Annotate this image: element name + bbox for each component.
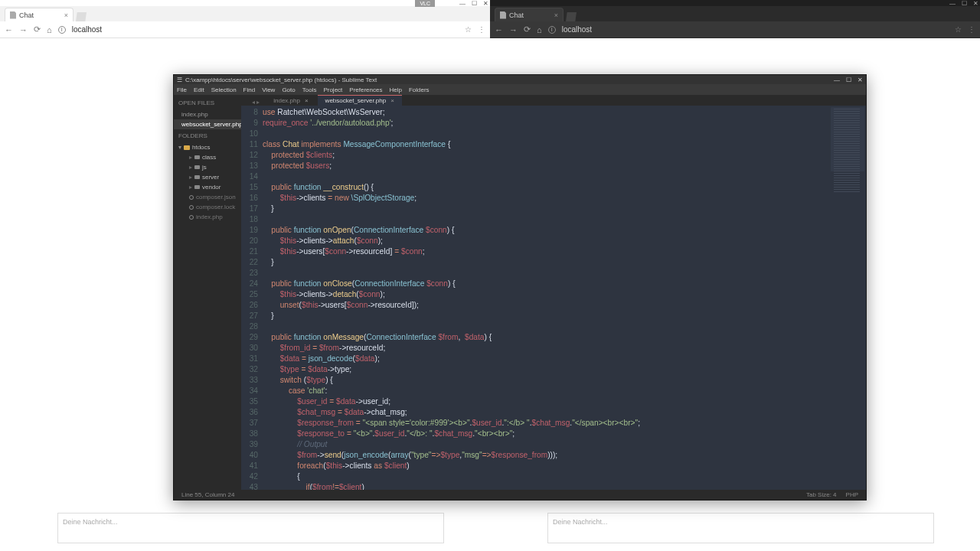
forward-icon[interactable]: → [19,25,28,34]
folder-item[interactable]: ▸class [174,152,241,162]
sublime-window: ☰ C:\xampp\htdocs\server\websocket_serve… [173,74,867,500]
new-tab-button[interactable] [76,12,87,21]
menu-find[interactable]: Find [243,86,256,93]
browser-tab[interactable]: Chat × [5,8,74,21]
vlc-label: VLC [415,0,435,7]
back-icon[interactable]: ← [495,25,503,34]
line-gutter: 8910111213141516171819202122232425262728… [241,106,263,490]
file-item[interactable]: index.php [174,212,241,222]
folder-item[interactable]: ▸server [174,172,241,182]
status-tabsize[interactable]: Tab Size: 4 [806,491,837,498]
window-controls[interactable]: —☐✕ [834,77,863,83]
info-icon[interactable]: i [58,26,66,34]
menu-icon[interactable]: ⋮ [478,25,485,34]
url-field[interactable]: localhost [72,25,459,34]
folder-root[interactable]: ▾htdocs [174,142,241,152]
editor-sidebar: OPEN FILES index.phpwebsocket_server.php… [174,95,241,490]
reload-icon[interactable]: ⟳ [34,24,41,34]
code-editor[interactable]: 8910111213141516171819202122232425262728… [241,106,866,490]
url-field[interactable]: localhost [562,25,949,34]
titlebar: —☐✕ [490,0,980,6]
open-file[interactable]: websocket_server.php [174,119,241,129]
window-controls[interactable]: —☐✕ [949,0,978,7]
file-item[interactable]: composer.lock [174,202,241,212]
menu-preferences[interactable]: Preferences [349,86,382,93]
folder-item[interactable]: ▸js [174,162,241,172]
code-lines[interactable]: use Ratchet\WebSocket\WsServer;require_o… [263,106,866,490]
folder-item[interactable]: ▸vendor [174,182,241,192]
editor-menu[interactable]: FileEditSelectionFindViewGotoToolsProjec… [174,84,866,95]
close-icon[interactable]: × [554,11,558,19]
tab-title: Chat [509,11,524,19]
editor-tabs: ◂ ▸index.php×websocket_server.php× [241,95,866,106]
menu-icon[interactable]: ⋮ [968,25,975,34]
menu-selection[interactable]: Selection [211,86,237,93]
status-lang[interactable]: PHP [846,491,858,498]
open-file[interactable]: index.php [174,109,241,119]
folders-header: FOLDERS [174,129,241,142]
menu-file[interactable]: File [177,86,187,93]
chat-input[interactable]: Deine Nachricht... [547,513,934,543]
address-bar: ← → ⟳ ⌂ i localhost ☆ ⋮ [0,21,490,38]
tabs-bar: Chat × [0,6,490,21]
reload-icon[interactable]: ⟳ [524,24,531,34]
forward-icon[interactable]: → [509,25,518,34]
file-item[interactable]: composer.json [174,192,241,202]
code-area: ◂ ▸index.php×websocket_server.php× 89101… [241,95,866,490]
menu-folders[interactable]: Folders [409,86,430,93]
tabs-bar: Chat × [490,6,980,21]
chat-input[interactable]: Deine Nachricht... [57,513,444,543]
bookmark-icon[interactable]: ☆ [955,25,962,34]
address-bar: ← → ⟳ ⌂ i localhost ☆ ⋮ [490,21,980,38]
open-files-header: OPEN FILES [174,96,241,109]
status-bar: Line 55, Column 24 Tab Size: 4 PHP [174,490,866,500]
new-tab-button[interactable] [566,12,577,21]
minimap[interactable] [831,107,864,199]
page-icon [500,11,506,19]
home-icon[interactable]: ⌂ [47,25,52,34]
folder-icon [184,145,190,150]
editor-tab[interactable]: index.php× [266,95,315,106]
menu-tools[interactable]: Tools [302,86,317,93]
status-position: Line 55, Column 24 [181,491,234,498]
home-icon[interactable]: ⌂ [537,25,542,34]
bookmark-icon[interactable]: ☆ [465,25,472,34]
editor-body: OPEN FILES index.phpwebsocket_server.php… [174,95,866,490]
close-icon[interactable]: × [64,11,68,19]
tab-title: Chat [19,11,34,19]
page-icon [10,11,16,19]
menu-edit[interactable]: Edit [194,86,204,93]
editor-title: C:\xampp\htdocs\server\websocket_server.… [185,77,377,83]
menu-view[interactable]: View [262,86,275,93]
info-icon[interactable]: i [548,26,556,34]
menu-goto[interactable]: Goto [282,86,295,93]
browser-tab[interactable]: Chat × [495,8,564,21]
menu-help[interactable]: Help [389,86,401,93]
window-controls[interactable]: —☐✕ [459,0,488,7]
editor-titlebar[interactable]: ☰ C:\xampp\htdocs\server\websocket_serve… [174,75,866,84]
menu-project[interactable]: Project [323,86,342,93]
back-icon[interactable]: ← [5,25,13,34]
titlebar: VLC —☐✕ [0,0,490,6]
editor-tab[interactable]: websocket_server.php× [318,95,402,106]
